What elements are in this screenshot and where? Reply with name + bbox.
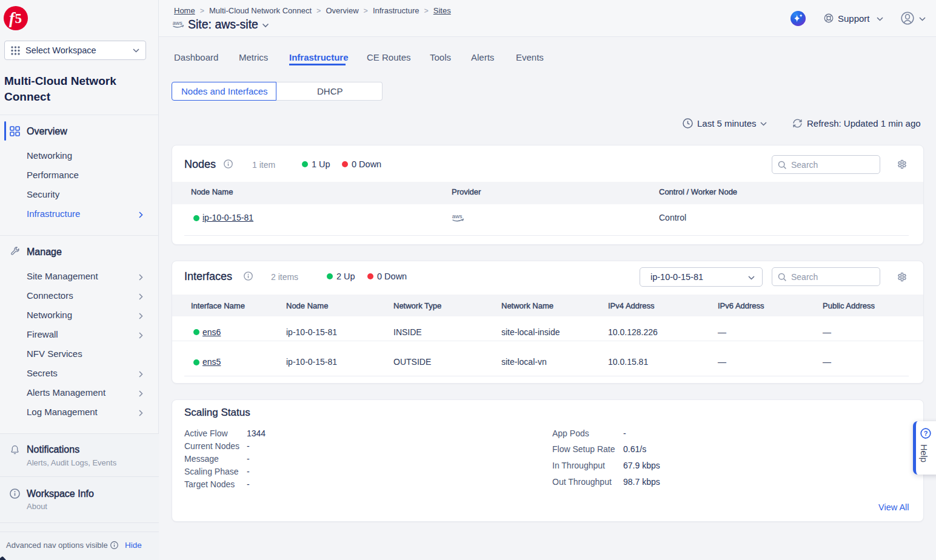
svg-text:5: 5 [15, 11, 22, 26]
svg-text:?: ? [924, 430, 928, 437]
svg-text:aws: aws [452, 213, 463, 219]
svg-text:aws: aws [173, 20, 183, 26]
